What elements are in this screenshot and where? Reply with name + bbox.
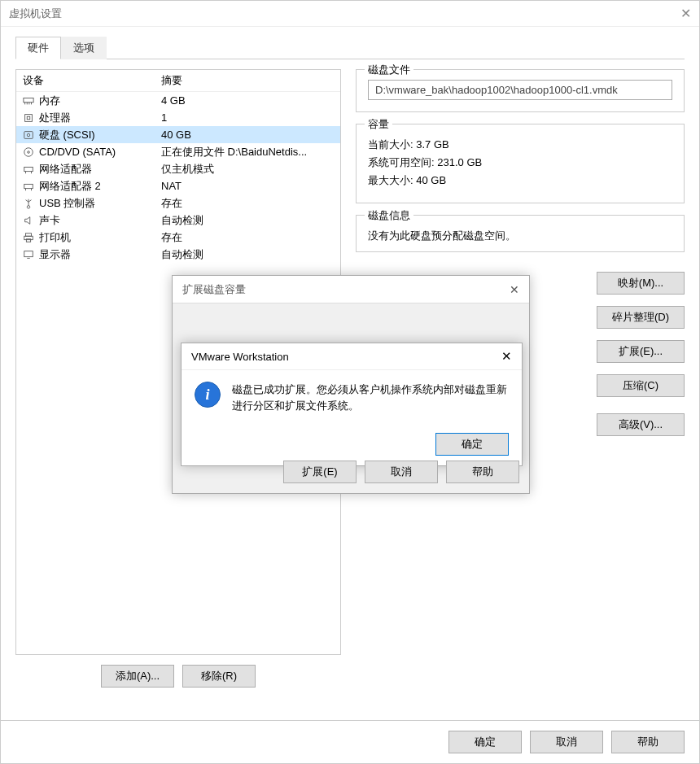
device-summary: 4 GB xyxy=(161,94,334,107)
vmware-message-dialog: VMware Workstation ✕ i 磁盘已成功扩展。您必须从客户机操作… xyxy=(181,343,523,466)
svg-rect-6 xyxy=(27,116,30,120)
device-row[interactable]: USB 控制器存在 xyxy=(16,194,340,212)
vm-settings-window: 虚拟机设置 ✕ 硬件 选项 设备 摘要 内存4 GB处理器1硬盘 (SCSI)4… xyxy=(0,0,700,764)
device-summary: 自动检测 xyxy=(161,213,334,228)
capacity-max: 最大大小: 40 GB xyxy=(368,173,672,188)
left-buttons: 添加(A)... 移除(R) xyxy=(15,665,341,688)
device-summary: NAT xyxy=(161,180,334,192)
device-list-header: 设备 摘要 xyxy=(16,70,340,92)
svg-rect-14 xyxy=(24,184,33,188)
expand-cancel-button[interactable]: 取消 xyxy=(365,461,438,483)
device-row[interactable]: CD/DVD (SATA)正在使用文件 D:\BaiduNetdis... xyxy=(16,143,340,160)
expand-confirm-button[interactable]: 扩展(E) xyxy=(283,461,357,483)
svg-rect-7 xyxy=(24,131,33,138)
map-button[interactable]: 映射(M)... xyxy=(597,272,685,295)
disk-file-title: 磁盘文件 xyxy=(365,63,413,77)
device-row[interactable]: 网络适配器仅主机模式 xyxy=(16,160,340,177)
device-summary: 自动检测 xyxy=(161,247,334,262)
cd-icon xyxy=(23,146,34,158)
close-icon[interactable]: ✕ xyxy=(501,349,512,364)
device-name: 内存 xyxy=(39,94,60,108)
cancel-button[interactable]: 取消 xyxy=(530,731,603,753)
vmware-dialog-body: i 磁盘已成功扩展。您必须从客户机操作系统内部对磁盘重新进行分区和扩展文件系统。 xyxy=(182,370,522,433)
device-summary: 仅主机模式 xyxy=(161,162,334,177)
svg-point-8 xyxy=(27,133,30,137)
expand-dialog-title: 扩展磁盘容量 ✕ xyxy=(173,276,529,303)
close-icon[interactable]: ✕ xyxy=(510,283,519,296)
memory-icon xyxy=(23,95,34,107)
device-name: 声卡 xyxy=(39,213,60,228)
tab-hardware[interactable]: 硬件 xyxy=(15,37,61,59)
svg-rect-5 xyxy=(25,114,33,121)
device-name: 硬盘 (SCSI) xyxy=(39,128,95,142)
device-row[interactable]: 显示器自动检测 xyxy=(16,246,340,263)
capacity-group: 容量 当前大小: 3.7 GB 系统可用空间: 231.0 GB 最大大小: 4… xyxy=(356,124,685,203)
svg-rect-11 xyxy=(24,167,33,171)
add-device-button[interactable]: 添加(A)... xyxy=(101,665,174,688)
close-icon[interactable]: ✕ xyxy=(680,6,691,21)
vmware-dialog-title: VMware Workstation ✕ xyxy=(182,343,522,370)
display-icon xyxy=(23,249,34,260)
device-summary: 1 xyxy=(161,111,334,124)
expand-dialog-buttons: 扩展(E) 取消 帮助 xyxy=(273,451,529,493)
disk-icon xyxy=(23,129,34,141)
disk-info-title: 磁盘信息 xyxy=(365,208,413,223)
printer-icon xyxy=(23,232,34,243)
tab-options[interactable]: 选项 xyxy=(61,37,107,59)
net-icon xyxy=(23,181,34,192)
expand-disk-dialog: 扩展磁盘容量 ✕ VMware Workstation ✕ i 磁盘已成功扩展。… xyxy=(172,275,530,494)
device-name: 网络适配器 xyxy=(39,162,92,177)
device-row[interactable]: 内存4 GB xyxy=(16,92,340,109)
svg-point-17 xyxy=(27,205,30,208)
titlebar: 虚拟机设置 ✕ xyxy=(1,1,699,27)
device-name: 打印机 xyxy=(39,230,71,245)
svg-line-19 xyxy=(26,199,29,202)
expand-help-button[interactable]: 帮助 xyxy=(446,461,519,483)
disk-file-group: 磁盘文件 D:\vmware_bak\hadoop1002\hadoop1000… xyxy=(356,69,685,112)
remove-device-button[interactable]: 移除(R) xyxy=(182,665,256,688)
tabs: 硬件 选项 xyxy=(15,37,685,59)
sound-icon xyxy=(23,215,34,226)
info-icon: i xyxy=(195,382,221,408)
svg-point-9 xyxy=(24,147,33,156)
device-row[interactable]: 声卡自动检测 xyxy=(16,212,340,229)
defrag-button[interactable]: 碎片整理(D) xyxy=(597,306,685,329)
device-name: CD/DVD (SATA) xyxy=(39,146,116,158)
ok-button[interactable]: 确定 xyxy=(448,731,522,753)
help-button[interactable]: 帮助 xyxy=(611,731,685,753)
svg-line-20 xyxy=(28,199,32,202)
expand-button[interactable]: 扩展(E)... xyxy=(597,340,685,363)
capacity-free: 系统可用空间: 231.0 GB xyxy=(368,155,672,170)
bottom-bar: 确定 取消 帮助 xyxy=(1,720,699,763)
device-name: 网络适配器 2 xyxy=(39,179,101,194)
usb-icon xyxy=(23,198,34,209)
device-row[interactable]: 硬盘 (SCSI)40 GB xyxy=(16,126,340,143)
window-title: 虚拟机设置 xyxy=(9,7,62,21)
header-device: 设备 xyxy=(23,73,161,88)
device-name: 显示器 xyxy=(39,247,71,262)
capacity-title: 容量 xyxy=(365,117,392,132)
header-summary: 摘要 xyxy=(161,73,334,88)
disk-info-line1: 没有为此硬盘预分配磁盘空间。 xyxy=(368,229,672,243)
cpu-icon xyxy=(23,112,34,124)
net-icon xyxy=(23,164,34,175)
device-row[interactable]: 打印机存在 xyxy=(16,229,340,246)
device-summary: 正在使用文件 D:\BaiduNetdis... xyxy=(161,145,334,159)
vmware-message-text: 磁盘已成功扩展。您必须从客户机操作系统内部对磁盘重新进行分区和扩展文件系统。 xyxy=(232,382,509,426)
svg-rect-0 xyxy=(24,98,33,102)
expand-dialog-body: VMware Workstation ✕ i 磁盘已成功扩展。您必须从客户机操作… xyxy=(173,303,529,493)
disk-info-group: 磁盘信息 没有为此硬盘预分配磁盘空间。 xyxy=(356,215,685,252)
svg-rect-24 xyxy=(24,251,33,256)
device-name: 处理器 xyxy=(39,111,71,125)
device-name: USB 控制器 xyxy=(39,196,95,211)
device-row[interactable]: 处理器1 xyxy=(16,109,340,126)
device-summary: 40 GB xyxy=(161,129,334,141)
disk-file-value[interactable]: D:\vmware_bak\hadoop1002\hadoop1000-cl1.… xyxy=(368,80,672,100)
advanced-button[interactable]: 高级(V)... xyxy=(597,413,685,436)
device-row[interactable]: 网络适配器 2NAT xyxy=(16,177,340,194)
device-rows: 内存4 GB处理器1硬盘 (SCSI)40 GBCD/DVD (SATA)正在使… xyxy=(16,92,340,263)
compress-button[interactable]: 压缩(C) xyxy=(597,374,685,397)
svg-point-10 xyxy=(28,151,30,153)
device-summary: 存在 xyxy=(161,230,334,245)
capacity-current: 当前大小: 3.7 GB xyxy=(368,138,672,152)
